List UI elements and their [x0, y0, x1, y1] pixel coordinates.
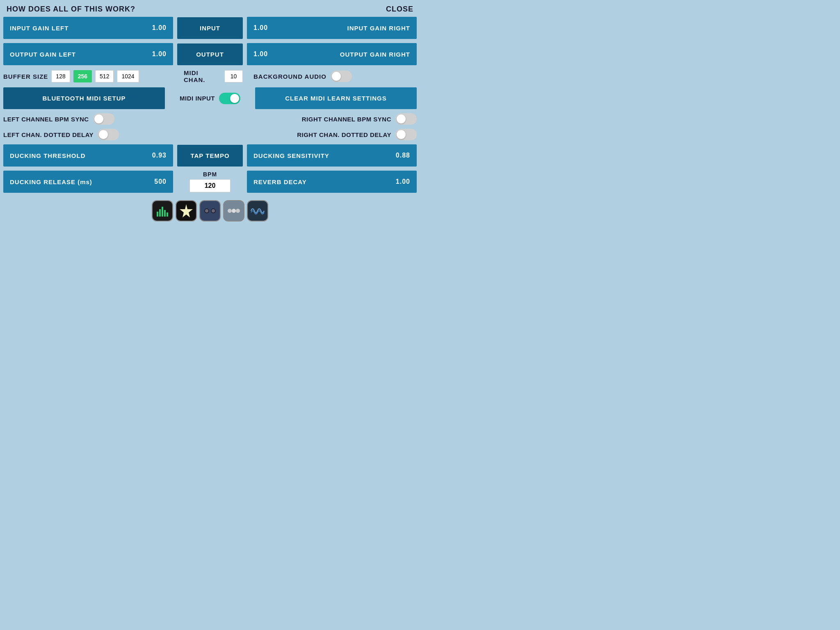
bpm-input[interactable]: [189, 179, 231, 192]
output-button[interactable]: OUTPUT: [177, 43, 243, 65]
input-button[interactable]: INPUT: [177, 17, 243, 39]
tap-tempo-label: TAP TEMPO: [190, 152, 229, 159]
svg-rect-0: [157, 212, 158, 217]
right-bpm-sync-toggle[interactable]: [395, 113, 417, 125]
left-dotted-label: LEFT CHAN. DOTTED DELAY: [3, 131, 94, 138]
dark-dots-icon: [203, 203, 217, 218]
right-bpm-sync-track: [395, 113, 417, 125]
bluetooth-midi-button[interactable]: BLUETOOTH MIDI SETUP: [3, 87, 165, 109]
input-gain-right-label: INPUT GAIN RIGHT: [347, 25, 411, 32]
clear-midi-button[interactable]: CLEAR MIDI LEARN SETTINGS: [255, 87, 417, 109]
light-dots-app-icon[interactable]: [223, 200, 244, 221]
buffer-row: BUFFER SIZE 128 256 512 1024 MIDI CHAN. …: [3, 69, 417, 83]
equalizer-icon: [155, 203, 170, 218]
input-button-label: INPUT: [200, 25, 220, 32]
output-gain-left-value: 1.00: [152, 50, 167, 58]
ducking-sensitivity-value: 0.88: [396, 152, 410, 159]
page-title: HOW DOES ALL OF THIS WORK?: [7, 5, 135, 14]
output-gain-right-value: 1.00: [253, 50, 268, 58]
right-dotted-toggle[interactable]: [395, 129, 417, 140]
bluetooth-row: BLUETOOTH MIDI SETUP MIDI INPUT CLEAR MI…: [3, 87, 417, 109]
bg-audio-toggle[interactable]: [331, 71, 352, 82]
buffer-512-button[interactable]: 512: [95, 70, 114, 82]
output-gain-left-label: OUTPUT GAIN LEFT: [10, 51, 76, 58]
svg-point-11: [232, 209, 236, 213]
reverb-decay-label: REVERB DECAY: [253, 178, 307, 185]
right-dotted-track: [395, 129, 417, 140]
bpm-sync-row: LEFT CHANNEL BPM SYNC RIGHT CHANNEL BPM …: [3, 113, 417, 125]
midi-input-label: MIDI INPUT: [180, 95, 215, 102]
output-gain-row: OUTPUT GAIN LEFT 1.00 OUTPUT OUTPUT GAIN…: [3, 43, 417, 65]
bg-audio-toggle-track: [331, 71, 352, 82]
midi-input-toggle[interactable]: [219, 93, 240, 104]
left-dotted-thumb: [99, 130, 108, 139]
ducking-release-row: DUCKING RELEASE (ms) 500 BPM REVERB DECA…: [3, 171, 417, 193]
bpm-section: BPM: [177, 171, 243, 192]
reverb-decay-value: 1.00: [396, 178, 410, 185]
svg-rect-2: [162, 207, 163, 217]
clear-midi-label: CLEAR MIDI LEARN SETTINGS: [285, 95, 387, 102]
midi-input-group: MIDI INPUT: [169, 93, 251, 104]
ducking-threshold-tile[interactable]: DUCKING THRESHOLD 0.93: [3, 144, 173, 167]
ducking-threshold-value: 0.93: [152, 152, 167, 159]
left-bpm-sync-thumb: [94, 114, 103, 123]
burst-icon: [179, 203, 194, 218]
bpm-label: BPM: [203, 171, 217, 178]
left-dotted-toggle[interactable]: [98, 129, 119, 140]
buffer-256-button[interactable]: 256: [73, 70, 92, 82]
input-gain-right-tile[interactable]: INPUT GAIN RIGHT 1.00: [247, 17, 417, 39]
right-dotted-label: RIGHT CHAN. DOTTED DELAY: [297, 131, 391, 138]
equalizer-app-icon[interactable]: [152, 200, 173, 221]
output-gain-right-label: OUTPUT GAIN RIGHT: [340, 51, 410, 58]
output-button-label: OUTPUT: [196, 51, 224, 58]
svg-point-12: [236, 209, 240, 213]
right-bpm-sync-label: RIGHT CHANNEL BPM SYNC: [302, 116, 391, 123]
svg-point-10: [228, 209, 232, 213]
left-dotted-track: [98, 129, 119, 140]
ducking-sensitivity-tile[interactable]: DUCKING SENSITIVITY 0.88: [247, 144, 417, 167]
input-gain-left-tile[interactable]: INPUT GAIN LEFT 1.00: [3, 17, 173, 39]
wave-app-icon[interactable]: [247, 200, 268, 221]
buffer-128-button[interactable]: 128: [51, 70, 70, 82]
right-dotted-thumb: [397, 130, 406, 139]
tap-tempo-button[interactable]: TAP TEMPO: [177, 145, 243, 167]
right-bpm-sync-thumb: [397, 114, 406, 123]
app-icons-row: [3, 200, 417, 226]
input-gain-left-label: INPUT GAIN LEFT: [10, 25, 68, 32]
midi-input-toggle-track: [219, 93, 240, 104]
ducking-release-label: DUCKING RELEASE (ms): [10, 178, 92, 185]
input-gain-row: INPUT GAIN LEFT 1.00 INPUT INPUT GAIN RI…: [3, 17, 417, 39]
light-dots-icon: [226, 203, 241, 218]
bg-audio-label: BACKGROUND AUDIO: [253, 73, 326, 80]
input-gain-right-value: 1.00: [253, 24, 268, 32]
dotted-delay-row: LEFT CHAN. DOTTED DELAY RIGHT CHAN. DOTT…: [3, 129, 417, 140]
bluetooth-midi-label: BLUETOOTH MIDI SETUP: [42, 95, 126, 102]
midi-input-toggle-thumb: [230, 94, 239, 103]
ducking-threshold-row: DUCKING THRESHOLD 0.93 TAP TEMPO DUCKING…: [3, 144, 417, 167]
ducking-release-value: 500: [154, 178, 167, 185]
buffer-1024-button[interactable]: 1024: [117, 70, 139, 82]
burst-app-icon[interactable]: [176, 200, 197, 221]
midi-chan-input[interactable]: [224, 70, 243, 82]
reverb-decay-tile[interactable]: REVERB DECAY 1.00: [247, 171, 417, 193]
left-bpm-sync-toggle[interactable]: [93, 113, 114, 125]
svg-rect-3: [164, 210, 166, 217]
midi-chan-label: MIDI CHAN.: [184, 69, 222, 83]
bg-audio-toggle-thumb: [332, 72, 341, 81]
svg-point-9: [212, 209, 215, 212]
output-gain-left-tile[interactable]: OUTPUT GAIN LEFT 1.00: [3, 43, 173, 65]
svg-point-8: [205, 209, 208, 212]
ducking-release-tile[interactable]: DUCKING RELEASE (ms) 500: [3, 171, 173, 193]
left-bpm-sync-track: [93, 113, 114, 125]
svg-rect-4: [167, 212, 168, 217]
output-gain-right-tile[interactable]: OUTPUT GAIN RIGHT 1.00: [247, 43, 417, 65]
ducking-sensitivity-label: DUCKING SENSITIVITY: [253, 152, 329, 159]
buffer-size-label: BUFFER SIZE: [3, 73, 48, 80]
wave-icon: [250, 203, 265, 218]
close-button[interactable]: CLOSE: [386, 5, 413, 14]
input-gain-left-value: 1.00: [152, 24, 167, 32]
dark-dots-app-icon[interactable]: [199, 200, 221, 221]
svg-marker-5: [180, 204, 193, 217]
left-bpm-sync-label: LEFT CHANNEL BPM SYNC: [3, 116, 89, 123]
svg-rect-1: [159, 209, 161, 217]
